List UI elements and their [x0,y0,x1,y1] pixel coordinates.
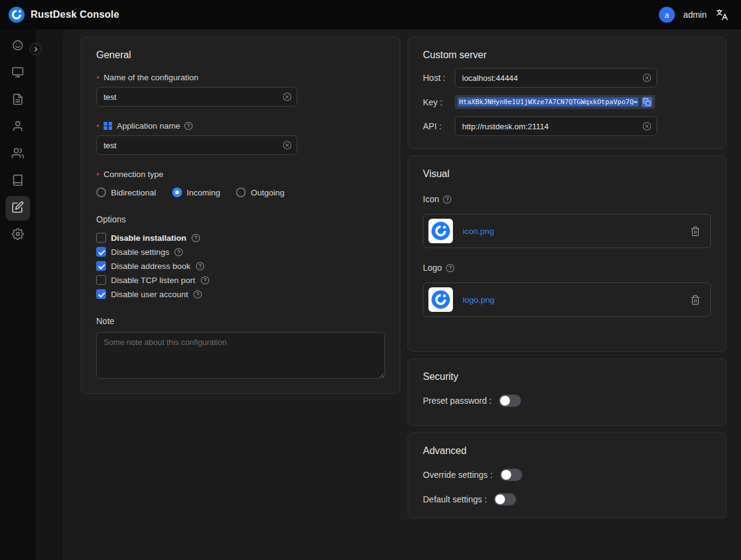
default-settings-label: Default settings : [423,494,487,504]
sidebar [0,29,36,560]
connection-type-label: * Connection type [96,170,385,179]
default-settings-toggle[interactable] [494,493,516,505]
application-name-input[interactable] [96,135,297,155]
security-title: Security [423,371,711,382]
logo-file-link[interactable]: logo.png [463,295,690,305]
required-marker: * [96,171,99,180]
radio-incoming[interactable]: Incoming [172,187,221,197]
api-input-wrap [455,116,657,136]
checkbox-disable-settings[interactable]: Disable settings [96,247,385,257]
clear-icon[interactable] [642,122,652,131]
options-label: Options [96,214,385,224]
api-row: API : [423,116,711,136]
checkbox-disable-address-book[interactable]: Disable address book [96,261,385,271]
avatar[interactable]: a [659,7,675,23]
custom-server-card: Custom server Host : Key : [408,37,726,149]
checkbox-disable-tcp-listen-port[interactable]: Disable TCP listen port [96,275,385,285]
security-card: Security Preset password : [408,358,726,426]
help-icon[interactable] [191,233,200,243]
right-column: Custom server Host : Key : [408,37,726,518]
help-icon[interactable] [174,248,183,257]
required-marker: * [96,123,99,132]
override-settings-toggle[interactable] [500,469,522,481]
brand: RustDesk Console [9,7,120,23]
content-panel: General * Name of the configuration * [63,29,741,560]
sidebar-item-dashboard[interactable] [6,34,30,59]
topbar-right: a admin [659,7,729,23]
clear-icon[interactable] [642,74,652,83]
clear-icon[interactable] [283,93,292,102]
name-input-wrap [96,87,297,107]
connection-type-group: Bidirectional Incoming Outgoing [96,187,385,197]
note-textarea[interactable] [96,332,385,379]
checkbox-disable-user-account[interactable]: Disable user account [96,289,385,299]
settings-gear-icon [12,228,24,243]
sidebar-item-devices[interactable] [6,61,30,86]
radio-bidirectional[interactable]: Bidirectional [96,187,156,197]
icon-label: Icon [423,194,439,204]
name-field-label: * Name of the configuration [96,73,385,82]
default-settings-row: Default settings : [423,493,711,505]
general-title: General [96,50,385,61]
copy-icon[interactable] [642,97,652,107]
trash-icon[interactable] [690,226,701,236]
checkbox-icon [96,275,106,285]
advanced-title: Advanced [423,445,711,456]
api-input[interactable] [455,116,657,136]
radio-circle-icon [172,187,182,197]
radio-outgoing[interactable]: Outgoing [236,187,284,197]
name-label-text: Name of the configuration [104,73,199,82]
left-column: General * Name of the configuration * [81,37,400,394]
preset-password-label: Preset password : [423,396,492,406]
icon-file-link[interactable]: icon.png [463,227,690,236]
username[interactable]: admin [683,10,707,20]
help-icon[interactable] [200,276,210,285]
key-label: Key : [423,97,455,107]
sidebar-item-logs[interactable] [6,88,30,113]
host-input[interactable] [455,68,657,88]
key-value-box: HtaXBkJNHyn0e1U1jWXze7A7CN7QTGWqxkOtpaVp… [455,95,655,109]
app-name-field-label: * Application name [96,121,385,131]
app-name-label-text: Application name [117,121,181,131]
sidebar-item-custom-client[interactable] [6,196,30,221]
app-title: RustDesk Console [31,9,120,20]
radio-label: Outgoing [251,188,284,197]
required-marker: * [96,74,99,83]
icon-thumbnail [428,219,453,243]
help-icon[interactable] [196,262,205,271]
devices-icon [12,66,24,81]
app-name-input-wrap [96,135,297,155]
dashboard-icon [12,39,24,54]
preset-password-toggle[interactable] [499,395,521,407]
help-icon[interactable] [446,263,455,273]
checkbox-icon [96,261,106,271]
note-area [96,332,385,381]
user-icon [12,120,24,135]
radio-label: Bidirectional [111,188,156,197]
checkbox-icon [96,289,106,299]
checkbox-label: Disable settings [111,248,169,257]
windows-icon [104,122,112,131]
override-settings-row: Override settings : [423,469,711,481]
radio-circle-icon [236,187,246,197]
clear-icon[interactable] [283,141,292,150]
checkbox-disable-installation[interactable]: Disable installation [96,233,385,243]
sidebar-item-groups[interactable] [6,142,30,167]
custom-client-edit-icon [12,201,24,216]
sidebar-item-settings[interactable] [6,223,30,248]
general-card: General * Name of the configuration * [81,37,400,394]
sidebar-item-address-books[interactable] [6,169,30,194]
help-icon[interactable] [193,290,202,299]
translate-icon[interactable] [715,8,729,21]
sidebar-item-users[interactable] [6,115,30,140]
config-name-input[interactable] [96,87,297,107]
checkbox-icon [96,247,106,257]
rustdesk-logo-icon [9,7,25,23]
help-icon[interactable] [443,195,452,204]
checkbox-label: Disable address book [111,262,191,271]
trash-icon[interactable] [690,295,701,305]
sidebar-collapse-button[interactable] [29,43,42,55]
options-checklist: Disable installation Disable settings [96,233,385,299]
help-icon[interactable] [184,121,193,131]
host-row: Host : [423,68,711,88]
